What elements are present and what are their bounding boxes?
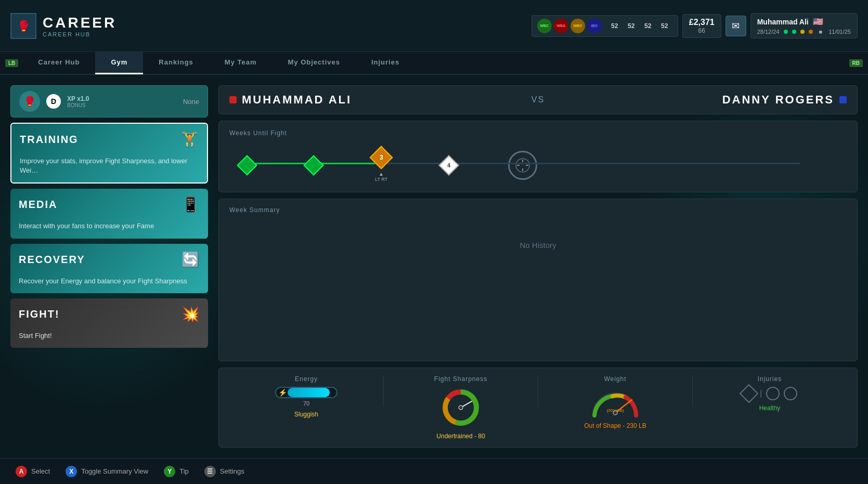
fight-sharpness-stat: Fight Sharpness	[384, 375, 538, 440]
fight-sharpness-label: Fight Sharpness	[434, 375, 487, 383]
date-end: 11/01/25	[828, 29, 851, 35]
player-avatar-icon: 🥊	[19, 91, 40, 112]
mail-button[interactable]: ✉	[726, 16, 746, 36]
tab-career-hub[interactable]: Career Hub	[22, 51, 95, 74]
fight-clock-icon	[508, 151, 537, 180]
sharpness-status: Undertrained - 80	[436, 433, 485, 440]
energy-bar: ⚡	[275, 387, 338, 398]
tab-gym[interactable]: Gym	[95, 51, 143, 74]
stats-row: Energy ⚡ 70 Sluggish Fight Sharpness	[218, 368, 858, 448]
weight-status: Out of Shape - 230 LB	[584, 422, 646, 429]
tip-label: Tip	[179, 467, 189, 475]
injury-diamond-icon	[740, 384, 759, 403]
match-header: MUHAMMAD ALI VS DANNY ROGERS	[218, 85, 858, 114]
phone-icon: 📱	[182, 196, 200, 213]
ibo-badge: IBO	[587, 19, 602, 33]
money-amount: £2,371	[689, 18, 715, 27]
rank-wba: 52	[624, 22, 639, 30]
media-card-header: MEDIA 📱	[10, 189, 208, 217]
refresh-icon: 🔄	[182, 251, 200, 268]
fight-desc: Start Fight!	[10, 327, 208, 348]
money-section: £2,371 66	[682, 14, 721, 38]
date-bar: 28/12/24 ■ 11/01/25	[757, 29, 851, 35]
tab-my-team[interactable]: My Team	[209, 51, 273, 74]
training-desc: Improve your stats, improve Fight Sharpn…	[11, 152, 207, 182]
wba-badge: WBA	[554, 19, 568, 33]
rb-button[interactable]: RB	[849, 59, 863, 67]
settings-label: Settings	[220, 467, 244, 475]
timeline-label: Weeks Until Fight	[229, 129, 847, 137]
timeline-arrow: ▲ LT RT	[375, 171, 387, 182]
week-summary: Week Summary No History	[218, 199, 858, 361]
flag-icon: 🇺🇸	[813, 17, 823, 27]
lightning-icon: ⚡	[278, 388, 287, 397]
sharpness-visual	[440, 387, 482, 428]
profile-name-wrapper: Muhammad Ali 🇺🇸 28/12/24 ■ 11/01/25	[757, 17, 851, 35]
profile-section: Muhammad Ali 🇺🇸 28/12/24 ■ 11/01/25	[750, 13, 858, 38]
recovery-title: RECOVERY	[19, 254, 85, 266]
tab-my-objectives[interactable]: My Objectives	[273, 51, 356, 74]
date-start: 28/12/24	[757, 29, 780, 35]
fighter-right-name: DANNY ROGERS	[722, 93, 834, 107]
right-panel: MUHAMMAD ALI VS DANNY ROGERS Weeks Until…	[218, 85, 858, 448]
a-button[interactable]: A	[16, 466, 27, 477]
recovery-desc: Recover your Energy and balance your Fig…	[10, 272, 208, 293]
xp-bonus-value: None	[183, 98, 199, 106]
injuries-status: Healthy	[759, 404, 781, 412]
left-panel: 🥊 D XP x1.0 BONUS None TRAINING 🏋️ Impro…	[10, 85, 208, 448]
rank-wbc: 52	[607, 22, 623, 30]
energy-value: 70	[303, 400, 309, 407]
injury-icons: |	[742, 387, 797, 400]
rank-ibf: 52	[640, 22, 656, 30]
xp-badge: D	[46, 94, 61, 109]
dot-yellow	[800, 30, 805, 34]
energy-label: Energy	[295, 375, 318, 383]
tab-rankings[interactable]: Rankings	[143, 51, 209, 74]
svg-text:(201+LB): (201+LB)	[606, 408, 624, 413]
timeline-node-2	[303, 155, 324, 176]
injury-circle-icon-1	[766, 387, 780, 400]
action-tip: Y Tip	[164, 466, 189, 477]
action-toggle-summary: X Toggle Summary View	[66, 466, 148, 477]
recovery-card-header: RECOVERY 🔄	[10, 244, 208, 272]
sharpness-donut	[440, 387, 482, 428]
energy-visual: ⚡ 70	[275, 387, 338, 407]
logo-icon: 🥊	[10, 13, 36, 39]
energy-stat: Energy ⚡ 70 Sluggish	[229, 375, 383, 440]
lb-button[interactable]: LB	[5, 59, 18, 67]
dot-orange	[809, 30, 813, 34]
training-title: TRAINING	[20, 134, 79, 146]
media-card[interactable]: MEDIA 📱 Interact with your fans to incre…	[10, 189, 208, 238]
weight-label: Weight	[604, 375, 626, 383]
weight-visual: (201+LB)	[589, 387, 641, 418]
recovery-card[interactable]: RECOVERY 🔄 Recover your Energy and balan…	[10, 244, 208, 293]
training-card[interactable]: TRAINING 🏋️ Improve your stats, improve …	[10, 123, 208, 184]
rank-ibo: 52	[657, 22, 672, 30]
weight-stat: Weight (201+	[538, 375, 692, 440]
dot-green	[784, 30, 788, 34]
action-settings: ☰ Settings	[204, 466, 244, 477]
injuries-label: Injuries	[758, 375, 782, 383]
xp-row: 🥊 D XP x1.0 BONUS None	[10, 85, 208, 117]
rank-grid: 52 52 52 52	[607, 22, 672, 30]
xp-label: XP x1.0	[67, 95, 89, 102]
main-content: 🥊 D XP x1.0 BONUS None TRAINING 🏋️ Impro…	[0, 75, 868, 458]
top-bar: 🥊 CAREER CAREER HUB WBC WBA WBO IBO 52 5…	[0, 0, 868, 52]
injury-circle-icon-2	[784, 387, 797, 400]
x-button[interactable]: X	[66, 466, 77, 477]
bonus-label: BONUS	[67, 102, 89, 108]
toggle-summary-label: Toggle Summary View	[81, 467, 148, 475]
fight-title: FIGHT!	[19, 308, 60, 320]
fight-card[interactable]: FIGHT! 💥 Start Fight!	[10, 298, 208, 348]
logo-title: CAREER	[43, 15, 116, 31]
injuries-stat: Injuries | Healthy	[693, 375, 847, 440]
logo-text: CAREER CAREER HUB	[43, 15, 116, 37]
tab-injuries[interactable]: Injuries	[356, 51, 415, 74]
week-summary-label: Week Summary	[229, 206, 847, 214]
menu-button[interactable]: ☰	[204, 466, 216, 477]
training-card-header: TRAINING 🏋️	[11, 124, 207, 152]
money-extra: 66	[689, 27, 715, 34]
y-button[interactable]: Y	[164, 466, 175, 477]
weight-gauge: (201+LB)	[589, 387, 641, 418]
ibf-badge: WBO	[571, 19, 585, 33]
